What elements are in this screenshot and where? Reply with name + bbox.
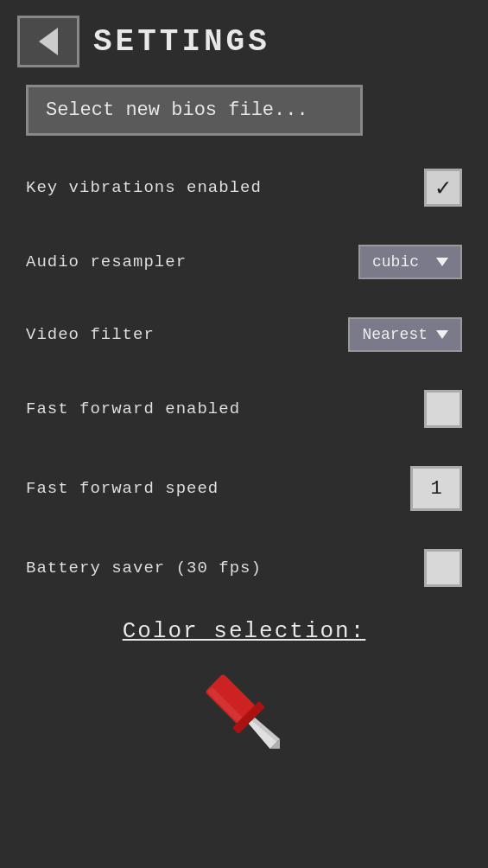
fast-forward-speed-input[interactable]: 1 bbox=[410, 466, 462, 511]
audio-resampler-dropdown[interactable]: cubic bbox=[358, 245, 462, 279]
bios-file-button[interactable]: Select new bios file... bbox=[26, 85, 363, 136]
setting-row-fast-forward-speed: Fast forward speed 1 bbox=[26, 459, 462, 518]
battery-saver-checkbox[interactable] bbox=[424, 549, 462, 587]
setting-row-battery-saver: Battery saver (30 fps) bbox=[26, 542, 462, 594]
video-filter-dropdown[interactable]: Nearest bbox=[348, 317, 462, 352]
color-selection-title: Color selection: bbox=[123, 618, 366, 644]
key-vibrations-label: Key vibrations enabled bbox=[26, 178, 262, 197]
setting-row-audio-resampler: Audio resampler cubic bbox=[26, 238, 462, 286]
knife-svg bbox=[184, 661, 305, 765]
fast-forward-speed-value: 1 bbox=[430, 478, 441, 500]
fast-forward-enabled-label: Fast forward enabled bbox=[26, 399, 240, 418]
key-vibrations-checkbox[interactable] bbox=[424, 169, 462, 207]
header: Settings bbox=[0, 0, 488, 76]
page-title: Settings bbox=[93, 24, 270, 60]
back-arrow-icon bbox=[39, 28, 58, 55]
fast-forward-enabled-checkbox[interactable] bbox=[424, 390, 462, 428]
color-visual bbox=[26, 661, 462, 765]
fast-forward-speed-label: Fast forward speed bbox=[26, 479, 219, 498]
audio-resampler-label: Audio resampler bbox=[26, 252, 187, 271]
video-filter-label: Video filter bbox=[26, 325, 155, 344]
setting-row-key-vibrations: Key vibrations enabled bbox=[26, 162, 462, 214]
video-filter-arrow-icon bbox=[436, 330, 448, 339]
audio-resampler-value: cubic bbox=[372, 253, 419, 271]
settings-content: Select new bios file... Key vibrations e… bbox=[0, 76, 488, 774]
battery-saver-label: Battery saver (30 fps) bbox=[26, 558, 262, 578]
audio-resampler-arrow-icon bbox=[436, 258, 448, 266]
back-button[interactable] bbox=[17, 16, 79, 67]
video-filter-value: Nearest bbox=[362, 326, 428, 343]
setting-row-fast-forward-enabled: Fast forward enabled bbox=[26, 383, 462, 435]
color-selection-section: Color selection: bbox=[26, 618, 462, 644]
setting-row-video-filter: Video filter Nearest bbox=[26, 310, 462, 359]
